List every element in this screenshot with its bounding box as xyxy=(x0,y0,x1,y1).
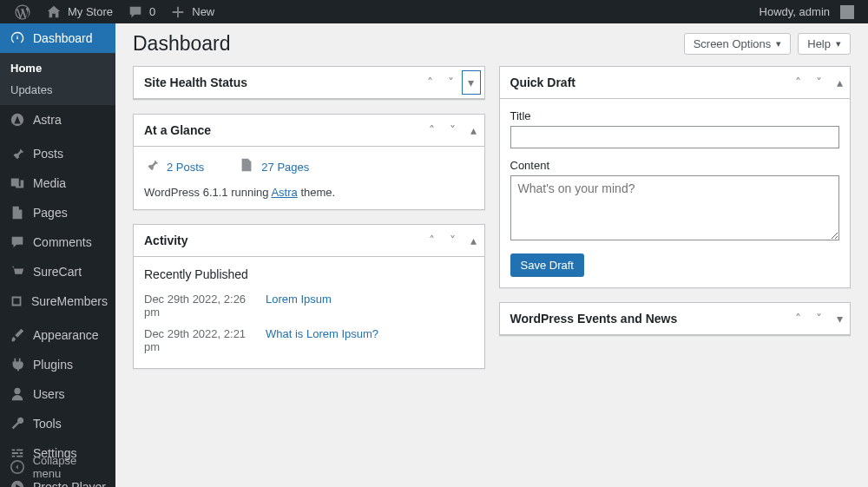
move-up-icon[interactable]: ˄ xyxy=(787,67,808,98)
new-link[interactable]: New xyxy=(162,0,221,23)
page-icon xyxy=(9,204,26,221)
main-content: Dashboard Screen Options Help Site Healt… xyxy=(115,0,868,369)
comment-icon xyxy=(127,3,144,21)
activity-row: Dec 29th 2022, 2:21 pm What is Lorem Ips… xyxy=(144,323,474,358)
collapse-label: Collapse menu xyxy=(33,454,107,480)
move-up-icon[interactable]: ˄ xyxy=(420,67,441,98)
move-up-icon[interactable]: ˄ xyxy=(422,115,443,146)
activity-title: Activity xyxy=(134,225,422,256)
toggle-up-icon[interactable]: ▴ xyxy=(464,115,484,146)
title-input[interactable] xyxy=(510,126,840,148)
astra-icon xyxy=(9,111,26,128)
move-down-icon[interactable]: ˅ xyxy=(441,67,462,98)
activity-date: Dec 29th 2022, 2:21 pm xyxy=(144,327,257,353)
move-down-icon[interactable]: ˅ xyxy=(443,115,464,146)
page-header: Dashboard Screen Options Help xyxy=(133,32,851,56)
content-label: Content xyxy=(510,159,840,172)
events-title: WordPress Events and News xyxy=(500,303,788,334)
toggle-up-icon[interactable]: ▴ xyxy=(829,67,850,98)
sidebar-item-surecart[interactable]: SureCart xyxy=(0,257,115,286)
pin-icon xyxy=(144,157,160,177)
sidebar-label: Users xyxy=(33,387,65,401)
sidebar-item-users[interactable]: Users xyxy=(0,379,115,409)
sidebar-item-astra[interactable]: Astra xyxy=(0,105,115,135)
toggle-up-icon[interactable]: ▴ xyxy=(464,225,484,256)
avatar xyxy=(840,5,854,19)
site-name: My Store xyxy=(68,5,113,18)
sidebar-label: Appearance xyxy=(33,328,99,342)
postbox-activity: Activity ˄ ˅ ▴ Recently Published Dec 29… xyxy=(133,224,485,369)
postbox-events: WordPress Events and News ˄ ˅ ▾ xyxy=(499,302,852,336)
activity-post-link[interactable]: Lorem Ipsum xyxy=(266,293,332,319)
help-button[interactable]: Help xyxy=(798,33,851,55)
move-down-icon[interactable]: ˅ xyxy=(443,225,464,256)
sidebar-item-dashboard[interactable]: Dashboard xyxy=(0,23,115,53)
dashboard-submenu: Home Updates xyxy=(0,53,115,105)
move-up-icon[interactable]: ˄ xyxy=(422,225,443,256)
move-down-icon[interactable]: ˅ xyxy=(808,303,829,334)
content-textarea[interactable] xyxy=(510,175,840,240)
site-name-link[interactable]: My Store xyxy=(38,0,120,23)
howdy-text: Howdy, admin xyxy=(760,5,830,18)
activity-post-link[interactable]: What is Lorem Ipsum? xyxy=(266,327,378,353)
media-icon xyxy=(9,174,26,192)
howdy-link[interactable]: Howdy, admin xyxy=(753,0,861,23)
sidebar-label: Plugins xyxy=(33,358,73,372)
sidebar-item-posts[interactable]: Posts xyxy=(0,139,115,168)
members-icon xyxy=(9,293,24,310)
screen-options-button[interactable]: Screen Options xyxy=(684,33,792,55)
sub-item-home[interactable]: Home xyxy=(0,57,115,79)
sidebar-item-appearance[interactable]: Appearance xyxy=(0,320,115,350)
sidebar-label: SureCart xyxy=(33,265,82,279)
new-label: New xyxy=(192,5,214,18)
quickdraft-title: Quick Draft xyxy=(500,67,788,98)
dashboard-icon xyxy=(9,30,26,47)
wp-version-text: WordPress 6.1.1 running Astra theme. xyxy=(144,186,474,199)
sidebar-item-media[interactable]: Media xyxy=(0,168,115,198)
pages-link[interactable]: 27 Pages xyxy=(261,161,309,174)
home-icon xyxy=(45,3,62,21)
sidebar-label: Media xyxy=(33,176,66,190)
save-draft-button[interactable]: Save Draft xyxy=(510,253,584,277)
postbox-glance: At a Glance ˄ ˅ ▴ 2 Posts xyxy=(133,114,485,210)
sidebar-label: SureMembers xyxy=(31,294,108,308)
dropdown-toggle-icon[interactable]: ▾ xyxy=(462,70,481,95)
toggle-down-icon[interactable]: ▾ xyxy=(829,303,850,334)
title-label: Title xyxy=(510,109,840,122)
glance-title: At a Glance xyxy=(134,115,422,146)
admin-bar: My Store 0 New Howdy, admin xyxy=(0,0,868,23)
postbox-quickdraft: Quick Draft ˄ ˅ ▴ Title Content Save Dra… xyxy=(499,66,852,288)
theme-link[interactable]: Astra xyxy=(271,186,297,199)
comment-icon xyxy=(9,234,26,251)
wp-logo[interactable] xyxy=(7,0,38,23)
sidebar-label: Astra xyxy=(33,113,62,127)
move-down-icon[interactable]: ˅ xyxy=(808,67,829,98)
brush-icon xyxy=(9,326,26,344)
comments-link[interactable]: 0 xyxy=(120,0,162,23)
posts-link[interactable]: 2 Posts xyxy=(167,161,204,174)
activity-date: Dec 29th 2022, 2:26 pm xyxy=(144,293,257,319)
move-up-icon[interactable]: ˄ xyxy=(787,303,808,334)
collapse-menu[interactable]: Collapse menu xyxy=(0,447,115,487)
sidebar-item-plugins[interactable]: Plugins xyxy=(0,350,115,379)
sidebar-label: Posts xyxy=(33,147,63,161)
sidebar-item-comments[interactable]: Comments xyxy=(0,227,115,257)
postbox-site-health: Site Health Status ˄ ˅ ▾ xyxy=(133,66,485,100)
sidebar-item-tools[interactable]: Tools xyxy=(0,409,115,438)
sidebar-label: Tools xyxy=(33,417,62,431)
collapse-icon xyxy=(9,458,26,476)
wordpress-icon xyxy=(14,3,31,21)
sidebar-item-pages[interactable]: Pages xyxy=(0,198,115,227)
activity-row: Dec 29th 2022, 2:26 pm Lorem Ipsum xyxy=(144,288,474,323)
sidebar-item-suremembers[interactable]: SureMembers xyxy=(0,286,115,316)
pin-icon xyxy=(9,145,26,162)
page-icon xyxy=(239,157,254,177)
comments-count: 0 xyxy=(149,5,155,18)
plugin-icon xyxy=(9,356,26,373)
admin-sidebar: Dashboard Home Updates Astra Posts Media… xyxy=(0,23,115,487)
sub-item-updates[interactable]: Updates xyxy=(0,79,115,101)
sidebar-label: Comments xyxy=(33,235,92,249)
site-health-title: Site Health Status xyxy=(134,67,420,98)
plus-icon xyxy=(169,3,187,21)
sidebar-label: Dashboard xyxy=(33,31,93,45)
